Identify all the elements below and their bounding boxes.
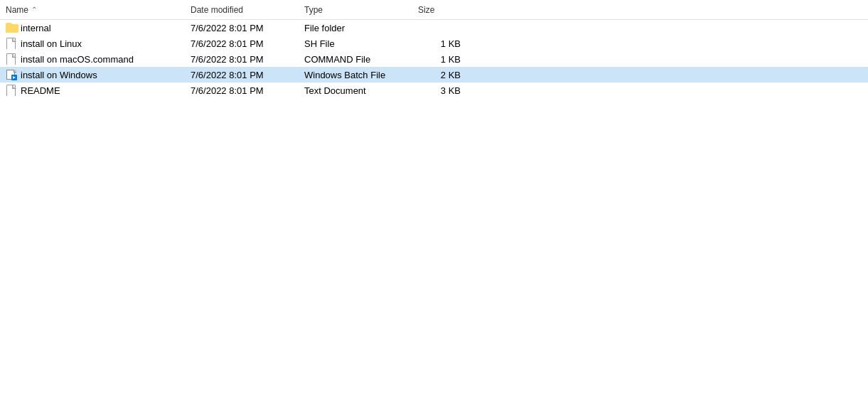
file-name-cell: internal <box>6 22 191 33</box>
file-icon <box>6 85 17 96</box>
file-name-text: install on Windows <box>21 70 97 80</box>
column-date-label: Date modified <box>191 5 243 15</box>
table-row[interactable]: install on Windows 7/6/2022 8:01 PM Wind… <box>0 67 868 82</box>
file-name-text: README <box>21 85 60 96</box>
column-type-label: Type <box>304 5 323 15</box>
bat-file-icon <box>6 69 17 80</box>
file-size-cell: 3 KB <box>418 85 475 96</box>
file-date-cell: 7/6/2022 8:01 PM <box>191 38 304 49</box>
file-name-text: install on macOS.command <box>21 54 134 65</box>
file-name-text: install on Linux <box>21 38 82 49</box>
file-type-cell: Text Document <box>304 85 418 96</box>
table-row[interactable]: install on Linux 7/6/2022 8:01 PM SH Fil… <box>0 36 868 51</box>
column-name-header[interactable]: Name ⌃ <box>6 5 191 15</box>
file-type-cell: COMMAND File <box>304 54 418 65</box>
file-size-cell: 1 KB <box>418 54 475 65</box>
file-date-cell: 7/6/2022 8:01 PM <box>191 23 304 33</box>
file-icon <box>6 53 17 65</box>
column-type-header[interactable]: Type <box>304 5 418 15</box>
folder-icon <box>6 22 17 33</box>
column-size-header[interactable]: Size <box>418 5 475 15</box>
file-size-cell: 2 KB <box>418 70 475 80</box>
sort-arrow-icon: ⌃ <box>31 6 37 14</box>
column-headers: Name ⌃ Date modified Type Size <box>0 0 868 20</box>
file-date-cell: 7/6/2022 8:01 PM <box>191 70 304 80</box>
file-date-cell: 7/6/2022 8:01 PM <box>191 85 304 96</box>
table-row[interactable]: install on macOS.command 7/6/2022 8:01 P… <box>0 51 868 67</box>
column-name-label: Name <box>6 5 28 15</box>
file-type-cell: File folder <box>304 23 418 33</box>
table-row[interactable]: README 7/6/2022 8:01 PM Text Document 3 … <box>0 82 868 98</box>
file-name-text: internal <box>21 23 51 33</box>
file-name-cell: install on macOS.command <box>6 53 191 65</box>
file-explorer: Name ⌃ Date modified Type Size internal … <box>0 0 868 394</box>
file-type-cell: SH File <box>304 38 418 49</box>
file-list: internal 7/6/2022 8:01 PM File folder in… <box>0 20 868 394</box>
column-size-label: Size <box>418 5 434 15</box>
file-name-cell: install on Linux <box>6 38 191 49</box>
table-row[interactable]: internal 7/6/2022 8:01 PM File folder <box>0 20 868 36</box>
file-name-cell: README <box>6 85 191 96</box>
file-name-cell: install on Windows <box>6 69 191 80</box>
column-date-header[interactable]: Date modified <box>191 5 304 15</box>
file-date-cell: 7/6/2022 8:01 PM <box>191 54 304 65</box>
file-type-cell: Windows Batch File <box>304 70 418 80</box>
file-icon <box>6 38 17 49</box>
file-size-cell: 1 KB <box>418 38 475 49</box>
